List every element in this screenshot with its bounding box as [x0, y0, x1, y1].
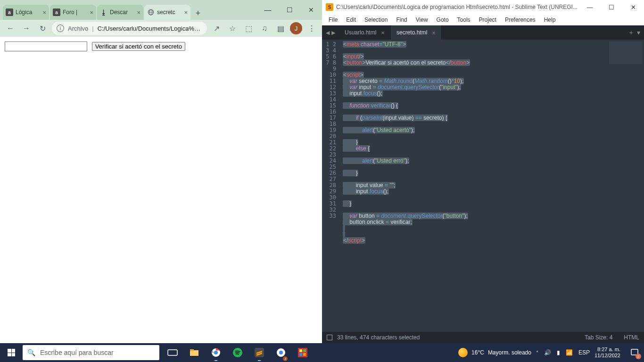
tab-title: Lógica: [16, 9, 40, 16]
side-panel-icon[interactable]: ▤: [274, 22, 287, 35]
browser-tab-0[interactable]: a Lógica ×: [3, 5, 49, 20]
browser-tab-3[interactable]: secretc ×: [144, 5, 190, 20]
app-icon[interactable]: [292, 343, 313, 362]
menu-file[interactable]: File: [325, 16, 341, 24]
spotify-icon[interactable]: [227, 343, 248, 362]
sublime-taskbar-icon[interactable]: [249, 343, 270, 362]
minimap[interactable]: [602, 40, 644, 332]
weather-widget[interactable]: 16°C Mayorm. soleado: [458, 348, 531, 357]
clock-date: 11/12/2022: [594, 353, 620, 359]
back-button[interactable]: ←: [4, 22, 17, 35]
start-button[interactable]: [0, 343, 23, 362]
explorer-icon[interactable]: [184, 343, 205, 362]
menu-help[interactable]: Help: [540, 16, 560, 24]
browser-tab-1[interactable]: a Foro | ×: [50, 5, 96, 20]
status-syntax[interactable]: HTML: [624, 334, 639, 341]
chrome-canary-icon[interactable]: J: [271, 343, 291, 362]
separator: |: [92, 25, 93, 32]
close-icon[interactable]: ×: [184, 9, 188, 16]
reload-button[interactable]: ↻: [36, 22, 49, 35]
nav-right-icon[interactable]: ▶: [331, 30, 335, 36]
system-tray: ˄ 🔊 ▮ 📶 ESP: [536, 349, 590, 356]
sublime-menubar: File Edit Selection Find View Goto Tools…: [322, 14, 644, 25]
sublime-window: S C:\Users\carlu\Documents\Logica de pro…: [322, 0, 644, 343]
nav-left-icon[interactable]: ◀: [326, 30, 330, 36]
task-view-icon[interactable]: [162, 343, 183, 362]
tray-chevron-icon[interactable]: ˄: [536, 350, 538, 355]
menu-find[interactable]: Find: [392, 16, 411, 24]
tab-menu-icon[interactable]: ▾: [637, 29, 640, 36]
windows-taskbar: 🔍 Escribe aquí para buscar J 16°C Mayorm…: [0, 343, 644, 362]
close-icon[interactable]: ×: [90, 9, 93, 16]
favicon-alura-icon: a: [6, 8, 13, 16]
line-gutter: 1 2 3 4 5 6 7 8 9 10 11 12 13 14 15 16 1…: [322, 40, 340, 332]
menu-edit[interactable]: Edit: [342, 16, 360, 24]
battery-icon[interactable]: ▮: [557, 349, 560, 356]
bookmark-star-icon[interactable]: ☆: [226, 22, 239, 35]
taskbar-apps: J: [162, 343, 313, 362]
search-icon: 🔍: [27, 349, 35, 356]
favicon-alura-icon: a: [53, 8, 60, 16]
speaker-icon[interactable]: 🔊: [544, 349, 551, 356]
svg-rect-15: [299, 353, 302, 356]
close-icon[interactable]: ×: [432, 29, 436, 36]
language-indicator[interactable]: ESP: [578, 349, 590, 356]
share-icon[interactable]: ↗: [210, 22, 223, 35]
editor-tab-secreto[interactable]: secreto.html ×: [391, 25, 442, 40]
svg-rect-5: [190, 349, 194, 351]
forward-button[interactable]: →: [20, 22, 33, 35]
menu-selection[interactable]: Selection: [361, 16, 391, 24]
svg-rect-14: [303, 349, 306, 352]
secret-input[interactable]: [5, 41, 87, 51]
sublime-logo-icon: S: [326, 3, 333, 11]
sublime-titlebar: S C:\Users\carlu\Documents\Logica de pro…: [322, 0, 644, 14]
tab-history-nav: ◀ ▶: [322, 25, 339, 40]
editor-tab-usuario[interactable]: Usuario.html ×: [339, 25, 391, 40]
new-tab-button[interactable]: +: [191, 7, 205, 20]
minimize-button[interactable]: —: [257, 3, 279, 17]
url-text: C:/Users/carlu/Documents/Logica%20de...: [98, 25, 202, 32]
url-scheme-label: Archivo: [68, 25, 88, 32]
tab-title: Descar: [110, 9, 134, 16]
close-icon[interactable]: ×: [381, 29, 385, 36]
maximize-button[interactable]: ☐: [279, 3, 300, 17]
close-window-button[interactable]: ✕: [622, 0, 644, 14]
notification-center-icon[interactable]: 2: [625, 343, 644, 362]
profile-avatar[interactable]: J: [290, 22, 302, 34]
panel-toggle-icon[interactable]: [327, 335, 332, 340]
editor-body: 1 2 3 4 5 6 7 8 9 10 11 12 13 14 15 16 1…: [322, 40, 644, 332]
close-window-button[interactable]: ✕: [300, 3, 322, 17]
extensions-icon[interactable]: ⬚: [242, 22, 255, 35]
sublime-statusbar: 33 lines, 474 characters selected Tab Si…: [322, 332, 644, 343]
minimize-button[interactable]: —: [579, 0, 601, 14]
tab-label: secreto.html: [396, 29, 427, 36]
maximize-button[interactable]: ☐: [601, 0, 622, 14]
wifi-icon[interactable]: 📶: [566, 349, 573, 356]
svg-rect-3: [168, 350, 177, 355]
download-icon: ⭳: [100, 8, 107, 16]
close-icon[interactable]: ×: [137, 9, 140, 16]
svg-rect-16: [303, 353, 306, 356]
taskbar-clock[interactable]: 8:27 a. m. 11/12/2022: [594, 346, 620, 359]
code-area[interactable]: <meta charset="UTF-8"> <input/> <button>…: [340, 40, 602, 332]
menu-goto[interactable]: Goto: [433, 16, 453, 24]
address-bar[interactable]: i Archivo | C:/Users/carlu/Documents/Log…: [52, 22, 207, 35]
menu-preferences[interactable]: Preferences: [501, 16, 539, 24]
chrome-icon[interactable]: [206, 343, 226, 362]
menu-tools[interactable]: Tools: [454, 16, 474, 24]
kebab-menu-icon[interactable]: ⋮: [305, 22, 318, 35]
menu-project[interactable]: Project: [475, 16, 500, 24]
browser-tab-2[interactable]: ⭳ Descar ×: [97, 5, 143, 20]
notification-badge: 2: [636, 354, 641, 359]
media-icon[interactable]: ♫: [258, 22, 271, 35]
new-tab-icon[interactable]: +: [629, 29, 633, 36]
status-tabsize[interactable]: Tab Size: 4: [585, 334, 612, 341]
tab-label: Usuario.html: [345, 29, 376, 36]
verify-button[interactable]: Verificar si acertó con el secreto: [92, 42, 185, 51]
menu-view[interactable]: View: [412, 16, 432, 24]
taskbar-search[interactable]: 🔍 Escribe aquí para buscar: [23, 345, 159, 360]
close-icon[interactable]: ×: [42, 9, 46, 16]
site-info-icon[interactable]: i: [57, 25, 64, 32]
tab-title: secretc: [157, 9, 182, 16]
clock-time: 8:27 a. m.: [594, 346, 620, 353]
